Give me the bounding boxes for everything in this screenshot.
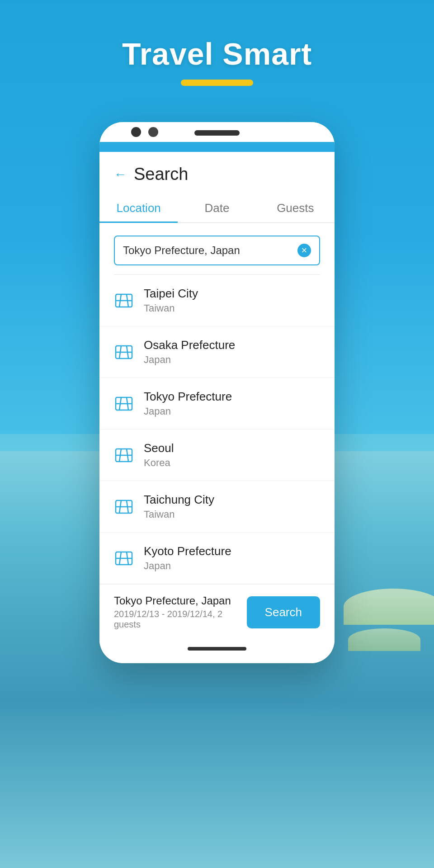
map-icon [114, 445, 134, 465]
location-list: Taipei City Taiwan Osaka Pr [99, 275, 335, 584]
location-name: Kyoto Prefecture [144, 544, 231, 558]
map-icon [114, 394, 134, 414]
title-area: Travel Smart [122, 36, 312, 86]
location-text-group: Osaka Prefecture Japan [144, 338, 235, 366]
map-icon [114, 342, 134, 362]
phone-camera-right [148, 127, 158, 137]
location-name: Seoul [144, 441, 174, 455]
map-icon [114, 548, 134, 568]
search-header: ← Search [99, 152, 335, 193]
list-item[interactable]: Osaka Prefecture Japan [99, 326, 335, 378]
location-name: Taipei City [144, 287, 198, 301]
location-text-group: Tokyo Prefecture Japan [144, 390, 232, 417]
phone-camera-left [131, 127, 141, 137]
location-country: Taiwan [144, 509, 214, 520]
clear-button[interactable] [297, 244, 311, 257]
search-button[interactable]: Search [247, 596, 320, 628]
location-text-group: Seoul Korea [144, 441, 174, 469]
location-name: Taichung City [144, 493, 214, 507]
location-country: Taiwan [144, 302, 198, 314]
title-underline [181, 80, 253, 86]
app-content: ← Search Location Date Guests Tokyo Pref… [99, 152, 335, 640]
location-country: Japan [144, 406, 232, 417]
list-item[interactable]: Taipei City Taiwan [99, 275, 335, 326]
app-header-strip [99, 142, 335, 152]
list-item[interactable]: Taichung City Taiwan [99, 481, 335, 533]
search-input[interactable]: Tokyo Prefecture, Japan [123, 244, 297, 257]
location-country: Japan [144, 560, 231, 572]
tab-location[interactable]: Location [99, 193, 178, 222]
map-icon [114, 497, 134, 517]
tabs: Location Date Guests [99, 193, 335, 223]
phone-outer: ← Search Location Date Guests Tokyo Pref… [99, 122, 335, 663]
location-name: Osaka Prefecture [144, 338, 235, 352]
map-icon [114, 291, 134, 311]
tab-date[interactable]: Date [178, 193, 256, 222]
location-text-group: Taichung City Taiwan [144, 493, 214, 520]
location-country: Japan [144, 354, 235, 366]
search-input-area: Tokyo Prefecture, Japan [99, 223, 335, 274]
bottom-info: Tokyo Prefecture, Japan 2019/12/13 - 201… [114, 594, 247, 630]
phone-bottom-bar [99, 640, 335, 663]
phone-mockup: ← Search Location Date Guests Tokyo Pref… [99, 122, 335, 663]
tab-guests[interactable]: Guests [256, 193, 335, 222]
search-input-box[interactable]: Tokyo Prefecture, Japan [114, 236, 320, 265]
location-country: Korea [144, 457, 174, 469]
phone-speaker [194, 130, 240, 136]
bottom-location: Tokyo Prefecture, Japan [114, 594, 247, 607]
home-indicator [188, 647, 246, 651]
list-item[interactable]: Tokyo Prefecture Japan [99, 378, 335, 429]
phone-top-bar [99, 122, 335, 142]
bottom-bar: Tokyo Prefecture, Japan 2019/12/13 - 201… [99, 584, 335, 640]
location-text-group: Kyoto Prefecture Japan [144, 544, 231, 572]
list-item[interactable]: Seoul Korea [99, 429, 335, 481]
list-item[interactable]: Kyoto Prefecture Japan [99, 533, 335, 584]
app-title: Travel Smart [122, 36, 312, 71]
back-button[interactable]: ← [114, 168, 127, 181]
location-name: Tokyo Prefecture [144, 390, 232, 404]
location-text-group: Taipei City Taiwan [144, 287, 198, 314]
bottom-details: 2019/12/13 - 2019/12/14, 2 guests [114, 609, 247, 630]
screen-title: Search [134, 165, 188, 184]
